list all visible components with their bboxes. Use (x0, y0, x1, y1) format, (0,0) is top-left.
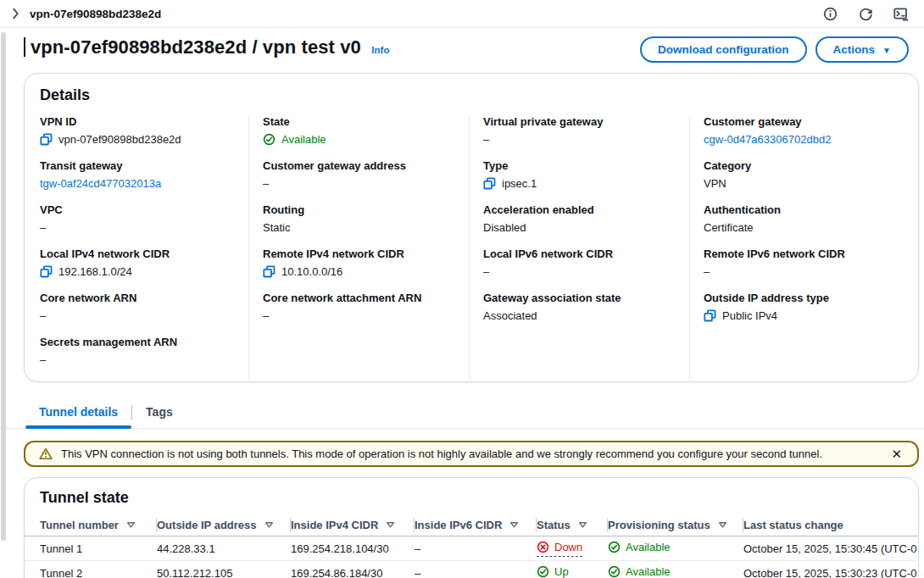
field-value: 192.168.1.0/24 (40, 264, 240, 279)
download-configuration-label: Download configuration (658, 43, 789, 56)
sort-icon[interactable] (509, 520, 519, 529)
field-label: Core network ARN (40, 292, 240, 304)
tunnel-table-body: Tunnel 144.228.33.1169.254.218.104/30–Do… (25, 536, 918, 578)
field-label: Remote IPv4 network CIDR (263, 247, 460, 260)
field-category: CategoryVPN (704, 159, 894, 191)
field-label: VPN ID (40, 115, 240, 128)
field-label: Local IPv4 network CIDR (40, 247, 240, 260)
field-value: vpn-07ef90898bd238e2d (40, 132, 240, 147)
field-value-text: vpn-07ef90898bd238e2d (58, 133, 181, 146)
info-icon[interactable] (822, 6, 838, 21)
field-value: – (263, 308, 460, 323)
tab-tunnel-details[interactable]: Tunnel details (25, 397, 131, 428)
status-text: Available (626, 541, 671, 553)
info-link[interactable]: Info (371, 45, 389, 55)
field-value-text: – (704, 265, 710, 278)
field-value: Available (263, 132, 460, 147)
field-value-text: 192.168.1.0/24 (58, 265, 132, 278)
field-label: Type (483, 159, 681, 172)
breadcrumb-chevron-icon (12, 8, 19, 19)
field-value: – (483, 264, 681, 279)
check-circle-icon (537, 565, 549, 578)
cloudshell-terminal-icon[interactable] (893, 6, 909, 21)
details-column: Virtual private gateway–Typeipsec.1Accel… (469, 115, 689, 380)
status-text: Available (281, 133, 326, 146)
copy-icon[interactable] (263, 265, 276, 278)
column-header-label: Provisioning status (608, 519, 710, 531)
column-header-inside-ipv4-cidr[interactable]: Inside IPv4 CIDR (291, 518, 415, 532)
column-header-label: Tunnel number (40, 519, 119, 531)
field-value-text: ipsec.1 (502, 177, 537, 190)
field-type: Typeipsec.1 (483, 159, 681, 191)
sort-icon[interactable] (718, 520, 727, 529)
details-column: Customer gatewaycgw-0d47a63306702dbd2Cat… (689, 115, 903, 380)
resource-link[interactable]: cgw-0d47a63306702dbd2 (704, 133, 831, 146)
sort-icon[interactable] (386, 520, 395, 529)
field-label: VPC (40, 203, 240, 216)
download-configuration-button[interactable]: Download configuration (640, 36, 807, 63)
left-vertical-scrollbar[interactable] (1, 32, 6, 541)
field-value-text: – (263, 309, 269, 322)
field-value-text: Associated (483, 309, 537, 322)
field-value: ipsec.1 (483, 176, 681, 191)
actions-button[interactable]: Actions ▼ (815, 36, 909, 63)
field-core-network-arn: Core network ARN– (40, 292, 240, 323)
table-row: Tunnel 250.112.212.105169.254.86.184/30–… (25, 561, 918, 578)
cell-status: Down (537, 541, 608, 557)
field-acceleration-enabled: Acceleration enabledDisabled (483, 203, 681, 235)
field-virtual-private-gateway: Virtual private gateway– (483, 115, 681, 147)
field-routing: RoutingStatic (263, 203, 460, 235)
details-card: Details VPN IDvpn-07ef90898bd238e2dTrans… (24, 73, 919, 382)
column-header-status[interactable]: Status (537, 518, 608, 532)
field-value-text: VPN (704, 177, 726, 190)
close-icon[interactable]: ✕ (889, 447, 904, 460)
field-value-text: – (263, 177, 269, 190)
field-vpn-id: VPN IDvpn-07ef90898bd238e2d (40, 115, 240, 147)
field-value: – (40, 220, 240, 235)
field-label: Customer gateway (704, 115, 894, 128)
status-up: Available (608, 541, 671, 553)
tab-tags[interactable]: Tags (132, 397, 186, 428)
copy-icon[interactable] (704, 309, 716, 322)
breadcrumb[interactable]: vpn-07ef90898bd238e2d (30, 8, 161, 20)
column-header-label: Status (537, 519, 571, 531)
resource-link[interactable]: tgw-0af24cd477032013a (40, 177, 161, 190)
field-label: Transit gateway (40, 159, 240, 172)
field-remote-ipv4-network-cidr: Remote IPv4 network CIDR10.10.0.0/16 (263, 247, 460, 279)
check-circle-icon (608, 565, 621, 578)
warning-alert: This VPN connection is not using both tu… (24, 441, 919, 467)
cell-outside-ip-address: 44.228.33.1 (157, 542, 291, 555)
field-value: – (483, 132, 681, 147)
field-value-text: – (483, 133, 489, 146)
column-header-provisioning-status[interactable]: Provisioning status (608, 518, 743, 532)
field-value: tgw-0af24cd477032013a (40, 176, 240, 191)
column-header-label: Last status change (743, 519, 843, 531)
details-column: StateAvailableCustomer gateway address–R… (248, 115, 469, 380)
sort-icon[interactable] (578, 520, 587, 529)
field-vpc: VPC– (40, 203, 240, 235)
copy-icon[interactable] (40, 133, 53, 146)
check-circle-icon (263, 133, 276, 146)
field-remote-ipv6-network-cidr: Remote IPv6 network CIDR– (704, 247, 894, 279)
field-label: State (263, 115, 460, 128)
cell-last-status-change: October 15, 2025, 15:30:45 (UTC-0 (743, 542, 918, 555)
check-circle-icon (608, 541, 621, 553)
field-state: StateAvailable (263, 115, 460, 147)
details-column: VPN IDvpn-07ef90898bd238e2dTransit gatew… (40, 115, 248, 380)
text-cursor (24, 37, 25, 57)
cell-inside-ipv6-cidr: – (415, 542, 537, 555)
column-header-tunnel-number[interactable]: Tunnel number (40, 518, 157, 532)
copy-icon[interactable] (483, 177, 496, 190)
column-header-outside-ip-address[interactable]: Outside IP address (157, 518, 291, 532)
copy-icon[interactable] (40, 265, 53, 278)
page-header: vpn-07ef90898bd238e2d / vpn test v0 Info… (0, 28, 924, 63)
field-label: Routing (263, 203, 460, 216)
column-header-label: Outside IP address (157, 519, 257, 531)
cell-provisioning-status: Available (608, 565, 743, 578)
refresh-icon[interactable] (858, 6, 873, 21)
sort-icon[interactable] (126, 520, 136, 529)
sort-icon[interactable] (264, 520, 274, 529)
column-header-inside-ipv6-cidr[interactable]: Inside IPv6 CIDR (415, 518, 537, 532)
column-header-label: Inside IPv6 CIDR (415, 519, 502, 531)
cell-inside-ipv4-cidr: 169.254.218.104/30 (291, 542, 415, 555)
